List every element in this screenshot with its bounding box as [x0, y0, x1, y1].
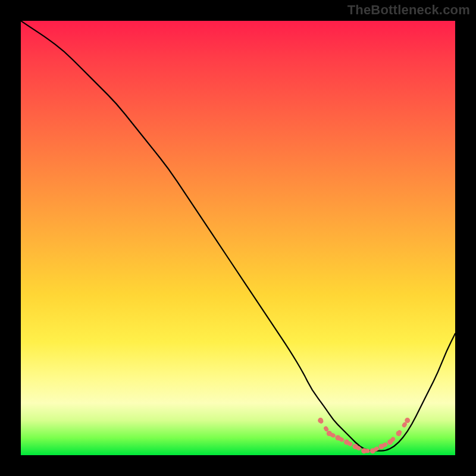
- svg-point-8: [387, 440, 393, 445]
- svg-point-1: [327, 431, 332, 436]
- svg-point-4: [353, 444, 358, 449]
- chart-frame: TheBottleneck.com: [0, 0, 476, 476]
- svg-point-3: [344, 440, 349, 445]
- svg-point-9: [396, 431, 402, 436]
- svg-point-6: [370, 448, 375, 453]
- watermark-text: TheBottleneck.com: [347, 2, 470, 18]
- svg-point-7: [378, 444, 384, 449]
- curve-svg: [21, 21, 455, 455]
- svg-point-5: [361, 448, 367, 453]
- svg-point-2: [335, 435, 340, 440]
- bottleneck-curve: [21, 21, 455, 451]
- svg-point-10: [405, 418, 410, 423]
- svg-point-0: [318, 418, 323, 423]
- plot-area: [21, 21, 455, 455]
